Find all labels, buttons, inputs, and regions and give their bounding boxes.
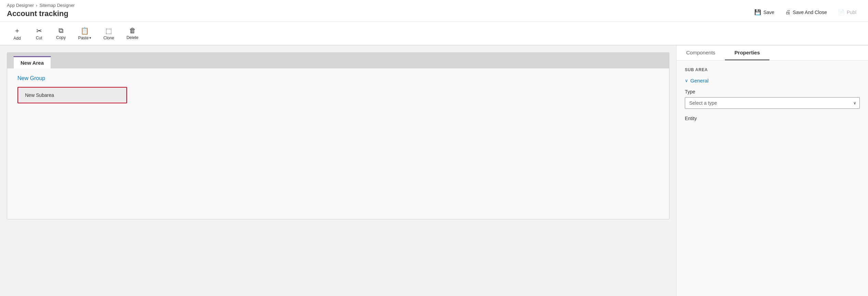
save-and-close-label: Save And Close bbox=[793, 10, 827, 15]
delete-icon: 🗑 bbox=[129, 27, 136, 35]
paste-dropdown-icon: ▾ bbox=[89, 36, 91, 40]
tab-properties[interactable]: Properties bbox=[725, 46, 769, 60]
section-label: SUB AREA bbox=[685, 67, 860, 72]
breadcrumb-part2: Sitemap Designer bbox=[39, 3, 75, 8]
type-select-wrapper: Select a type ∨ bbox=[685, 97, 860, 109]
entity-field-label: Entity bbox=[685, 116, 860, 121]
entity-field-group: Entity bbox=[685, 116, 860, 121]
delete-label: Delete bbox=[126, 35, 138, 40]
header-actions: 💾 Save 🖨 Save And Close 📄 Publ bbox=[750, 3, 861, 17]
save-label: Save bbox=[763, 10, 774, 15]
type-field-label: Type bbox=[685, 89, 860, 94]
collapsible-header[interactable]: ∨ General bbox=[685, 78, 860, 83]
area-header: New Area bbox=[7, 53, 669, 68]
panel-tabs: Components Properties bbox=[677, 46, 868, 61]
save-icon: 💾 bbox=[754, 9, 761, 15]
subarea-name: New Subarea bbox=[25, 92, 54, 98]
save-and-close-icon: 🖨 bbox=[785, 9, 791, 15]
publish-label: Publ bbox=[847, 10, 856, 15]
paste-label: Paste bbox=[78, 36, 89, 40]
clone-button[interactable]: ⬚ Clone bbox=[98, 25, 119, 42]
panel-body: SUB AREA ∨ General Type Select a type ∨ bbox=[677, 61, 868, 296]
type-select[interactable]: Select a type bbox=[685, 97, 860, 109]
copy-label: Copy bbox=[56, 35, 66, 40]
delete-button[interactable]: 🗑 Delete bbox=[121, 25, 144, 42]
area-card: New Area New Group New Subarea bbox=[7, 52, 669, 219]
breadcrumb-part1: App Designer bbox=[7, 3, 34, 8]
clone-label: Clone bbox=[103, 36, 114, 40]
subarea-item[interactable]: New Subarea bbox=[17, 87, 127, 103]
save-button[interactable]: 💾 Save bbox=[750, 7, 779, 17]
publish-button[interactable]: 📄 Publ bbox=[833, 7, 861, 17]
toolbar: ＋ Add ✂ Cut ⧉ Copy 📋 Paste ▾ ⬚ Clone 🗑 D… bbox=[0, 22, 868, 46]
cut-button[interactable]: ✂ Cut bbox=[29, 25, 49, 42]
breadcrumb-separator: › bbox=[36, 3, 37, 8]
general-section: ∨ General Type Select a type ∨ Entity bbox=[685, 78, 860, 121]
area-body: New Group New Subarea bbox=[7, 68, 669, 219]
cut-icon: ✂ bbox=[36, 27, 42, 35]
chevron-down-icon: ∨ bbox=[685, 78, 688, 83]
add-label: Add bbox=[13, 36, 21, 41]
add-icon: ＋ bbox=[14, 26, 21, 35]
group-label[interactable]: New Group bbox=[17, 75, 659, 81]
header: App Designer › Sitemap Designer Account … bbox=[0, 0, 868, 22]
paste-icon: 📋 bbox=[80, 27, 89, 35]
area-tab-label: New Area bbox=[21, 60, 44, 66]
right-panel: Components Properties SUB AREA ∨ General… bbox=[676, 46, 868, 296]
area-tab[interactable]: New Area bbox=[13, 56, 51, 68]
tab-components-label: Components bbox=[686, 50, 715, 55]
copy-icon: ⧉ bbox=[59, 27, 63, 35]
clone-icon: ⬚ bbox=[105, 27, 112, 35]
general-section-title: General bbox=[690, 78, 708, 83]
save-and-close-button[interactable]: 🖨 Save And Close bbox=[780, 7, 832, 17]
breadcrumb: App Designer › Sitemap Designer bbox=[7, 3, 75, 8]
copy-button[interactable]: ⧉ Copy bbox=[51, 25, 71, 42]
header-left: App Designer › Sitemap Designer Account … bbox=[7, 3, 75, 18]
tab-components[interactable]: Components bbox=[677, 46, 725, 60]
publish-icon: 📄 bbox=[838, 9, 845, 15]
canvas: New Area New Group New Subarea bbox=[0, 46, 676, 296]
tab-properties-label: Properties bbox=[734, 50, 760, 55]
page-title: Account tracking bbox=[7, 9, 75, 18]
paste-button[interactable]: 📋 Paste ▾ bbox=[73, 25, 97, 42]
add-button[interactable]: ＋ Add bbox=[7, 24, 27, 43]
paste-label-row: Paste ▾ bbox=[78, 36, 91, 40]
cut-label: Cut bbox=[36, 36, 42, 40]
main-content: New Area New Group New Subarea Component… bbox=[0, 46, 868, 296]
type-field-group: Type Select a type ∨ bbox=[685, 89, 860, 109]
group-name: New Group bbox=[17, 75, 45, 81]
